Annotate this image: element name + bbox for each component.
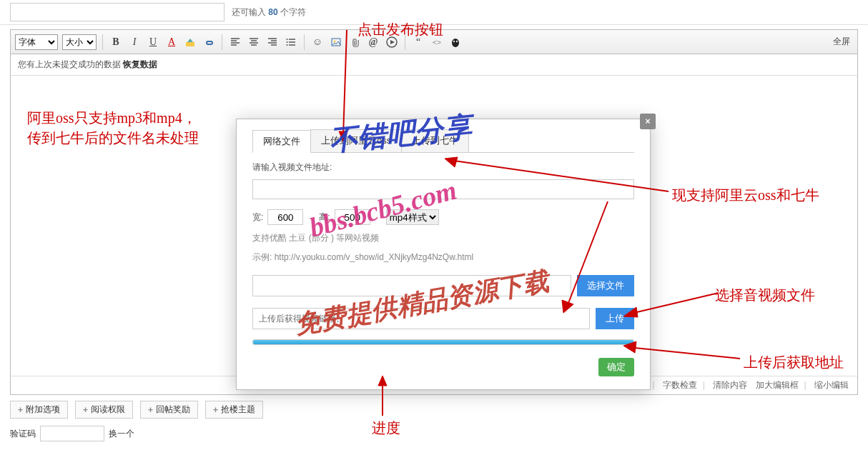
- title-input[interactable]: [10, 3, 225, 21]
- toolbar-separator: [304, 34, 305, 50]
- video-url-label: 请输入视频文件地址:: [252, 161, 634, 174]
- image-icon[interactable]: [329, 35, 343, 49]
- width-label: 宽:: [252, 211, 263, 224]
- svg-marker-7: [390, 40, 395, 44]
- svg-point-5: [334, 40, 336, 42]
- plus-icon: +: [213, 405, 218, 415]
- video-url-input[interactable]: [252, 179, 634, 199]
- fullscreen-button[interactable]: 全屏: [830, 34, 853, 49]
- choose-file-button[interactable]: 选择文件: [577, 275, 634, 296]
- modal-close-button[interactable]: ×: [640, 114, 656, 129]
- video-icon[interactable]: [385, 35, 399, 49]
- align-center-icon[interactable]: [247, 35, 261, 49]
- plus-icon: +: [18, 405, 23, 415]
- code-icon[interactable]: <>: [430, 35, 444, 49]
- underline-icon[interactable]: U: [146, 35, 160, 49]
- font-family-select[interactable]: 字体: [15, 34, 58, 50]
- chars-suffix: 个字符: [278, 7, 306, 17]
- restore-link[interactable]: 恢复数据: [123, 59, 157, 69]
- opt-label: 回帖奖励: [156, 404, 190, 416]
- captcha-input[interactable]: [40, 426, 104, 441]
- opt-rush[interactable]: +抢楼主题: [205, 401, 263, 419]
- upload-button[interactable]: 上传: [596, 308, 634, 329]
- opt-label: 抢楼主题: [221, 404, 255, 416]
- upload-result-display: 上传后获得视频链接。: [252, 308, 590, 329]
- align-left-icon[interactable]: [228, 35, 242, 49]
- opt-label: 阅读权限: [91, 404, 125, 416]
- editor-toolbar: 字体 大小 B I U A ☺ @ “ <> 全屏: [11, 30, 857, 54]
- svg-point-2: [287, 41, 288, 43]
- ok-button[interactable]: 确定: [598, 358, 634, 376]
- height-label: 高:: [319, 211, 330, 224]
- footer-shrink[interactable]: 缩小编辑: [814, 380, 849, 390]
- footer-clear[interactable]: 清除内容: [713, 380, 747, 390]
- upload-row: 上传后获得视频链接。 上传: [252, 308, 634, 329]
- align-right-icon[interactable]: [265, 35, 280, 49]
- font-color-icon[interactable]: A: [164, 35, 179, 49]
- chosen-file-display: [252, 275, 571, 296]
- italic-icon[interactable]: I: [127, 35, 142, 49]
- font-size-select[interactable]: 大小: [62, 34, 97, 50]
- opt-reward[interactable]: +回帖奖励: [140, 401, 198, 419]
- svg-point-3: [287, 44, 288, 46]
- post-options-row: +附加选项 +阅读权限 +回帖奖励 +抢楼主题: [10, 401, 858, 419]
- supported-sites-text: 支持优酷 土豆 (部分 ) 等网站视频: [252, 232, 634, 244]
- upload-progress: [252, 339, 634, 345]
- width-input[interactable]: [267, 209, 303, 225]
- svg-rect-0: [186, 42, 194, 46]
- progress-bar: [253, 340, 633, 344]
- toolbar-separator: [222, 34, 222, 50]
- format-select[interactable]: mp4样式: [386, 209, 439, 225]
- captcha-row: 验证码 换一个: [10, 426, 858, 441]
- captcha-refresh[interactable]: 换一个: [109, 428, 134, 440]
- chars-prefix: 还可输入: [232, 7, 268, 17]
- modal-tabs: 网络文件 上传到阿里云oss 上传到七牛: [252, 129, 634, 153]
- svg-point-1: [287, 39, 288, 40]
- opt-label: 附加选项: [26, 404, 60, 416]
- background-color-icon[interactable]: [183, 35, 197, 49]
- captcha-label: 验证码: [10, 428, 36, 440]
- chars-remaining: 还可输入 80 个字符: [232, 6, 306, 19]
- chars-number: 80: [268, 7, 277, 17]
- restore-message-bar: 您有上次未提交成功的数据 恢复数据: [11, 54, 857, 76]
- opt-readperm[interactable]: +阅读权限: [75, 401, 133, 419]
- svg-point-9: [453, 40, 455, 42]
- opt-attach[interactable]: +附加选项: [10, 401, 68, 419]
- example-url-text: 示例: http://v.youku.com/v_show/id_XNjkyMz…: [252, 251, 634, 264]
- footer-wordcheck[interactable]: 字数检查: [663, 380, 697, 390]
- tab-aliyun-oss[interactable]: 上传到阿里云oss: [310, 129, 402, 152]
- emoji-icon[interactable]: ☺: [310, 35, 325, 49]
- bold-icon[interactable]: B: [109, 35, 123, 49]
- at-icon[interactable]: @: [366, 35, 380, 49]
- dimensions-row: 宽: 高: mp4样式: [252, 209, 634, 225]
- plus-icon: +: [83, 405, 88, 415]
- list-icon[interactable]: [284, 35, 298, 49]
- height-input[interactable]: [335, 209, 370, 225]
- restore-message-text: 您有上次未提交成功的数据: [18, 59, 123, 69]
- qq-icon[interactable]: [448, 35, 463, 49]
- tab-network-file[interactable]: 网络文件: [252, 130, 311, 153]
- video-insert-modal: × 网络文件 上传到阿里云oss 上传到七牛 请输入视频文件地址: 宽: 高: …: [236, 119, 651, 390]
- svg-point-10: [456, 40, 458, 42]
- toolbar-separator: [405, 34, 405, 50]
- file-choose-row: 选择文件: [252, 275, 634, 296]
- plus-icon: +: [148, 405, 153, 415]
- footer-enlarge[interactable]: 加大编辑框: [756, 380, 799, 390]
- toolbar-separator: [102, 34, 103, 50]
- svg-point-8: [452, 39, 459, 47]
- quote-icon[interactable]: “: [411, 35, 425, 49]
- link-icon[interactable]: [202, 35, 216, 49]
- tab-qiniu[interactable]: 上传到七牛: [401, 129, 469, 152]
- attachment-icon[interactable]: [347, 35, 362, 49]
- title-row: 还可输入 80 个字符: [0, 0, 868, 25]
